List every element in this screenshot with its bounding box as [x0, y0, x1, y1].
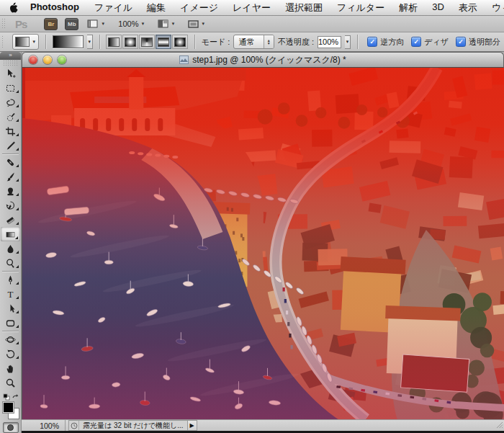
chevron-down-icon: ▼ [171, 22, 175, 26]
status-bar: 100% 露光量は 32 bit だけで機能し... ▶ [22, 419, 504, 431]
blend-mode-value: 通常 [234, 37, 254, 48]
clone-stamp-tool[interactable] [0, 184, 21, 198]
menu-item-2[interactable]: 編集 [140, 1, 173, 14]
checkbox-0[interactable]: ✓ [367, 37, 377, 47]
apple-menu-icon[interactable] [9, 2, 18, 13]
opacity-label: 不透明度 : [278, 37, 314, 48]
checkbox-label-2: 透明部分 [469, 37, 500, 48]
3d-rotate-tool[interactable] [0, 332, 21, 347]
hand-tool[interactable] [0, 361, 21, 375]
history-brush-tool[interactable] [0, 198, 21, 213]
3d-orbit-tool[interactable] [0, 347, 21, 361]
status-zoom-field[interactable]: 100% [22, 420, 66, 431]
angle-gradient-button[interactable] [139, 35, 155, 49]
menu-item-9[interactable]: 表示 [451, 1, 485, 14]
radial-gradient-button[interactable] [122, 35, 138, 49]
opacity-field[interactable]: 100% [318, 36, 341, 48]
menu-item-4[interactable]: レイヤー [225, 1, 278, 14]
close-button[interactable] [29, 55, 37, 64]
panel-grip[interactable] [3, 61, 18, 66]
quick-selection-tool[interactable] [0, 110, 21, 124]
checkbox-1[interactable]: ✓ [411, 37, 421, 47]
chevron-down-icon: ▼ [201, 22, 205, 26]
launch-device-central-button[interactable]: Mb [65, 18, 78, 30]
status-tip-text: 露光量は 32 bit だけで機能し... [79, 421, 187, 431]
blend-mode-popup[interactable]: 通常 ▲▼ [233, 35, 274, 49]
gradient-picker-dropdown[interactable]: ▼ [87, 35, 93, 49]
status-clock-icon [69, 421, 79, 430]
brush-tool[interactable] [0, 169, 21, 184]
checkbox-label-0: 逆方向 [380, 37, 404, 48]
document-titlebar[interactable]: step1.jpg @ 100% (クイックマスク/8) * [22, 52, 504, 68]
document-thumbnail-icon [179, 55, 189, 64]
diamond-gradient-icon [174, 37, 186, 47]
gradient-tool[interactable] [1, 227, 20, 241]
minimize-button[interactable] [43, 55, 52, 64]
canvas-photo[interactable] [22, 68, 504, 419]
zoom-tool[interactable] [0, 375, 21, 390]
lasso-tool[interactable] [0, 95, 21, 110]
rectangular-marquee-tool[interactable] [0, 81, 21, 95]
tool-preset-picker[interactable]: ▼ [12, 34, 39, 50]
toolbar-divider [2, 331, 19, 331]
rounded-rectangle-tool[interactable] [0, 316, 21, 330]
diamond-gradient-button[interactable] [172, 35, 188, 49]
path-selection-tool[interactable] [0, 301, 21, 316]
crop-tool[interactable] [0, 124, 21, 138]
zoom-level-button[interactable]: 100% ▼ [114, 19, 149, 28]
eraser-tool[interactable] [0, 213, 21, 227]
canvas[interactable] [22, 68, 504, 419]
menu-item-1[interactable]: ファイル [87, 1, 140, 14]
reflected-gradient-icon [158, 37, 169, 47]
view-extras-button[interactable]: ▼ [83, 19, 109, 28]
menu-item-5[interactable]: 選択範囲 [278, 1, 330, 14]
menu-item-7[interactable]: 解析 [392, 1, 425, 14]
move-tool[interactable] [0, 66, 21, 81]
checkbox-2[interactable]: ✓ [456, 37, 466, 47]
reflected-gradient-button[interactable] [156, 35, 171, 49]
status-menu-arrow-button[interactable]: ▶ [187, 421, 197, 430]
dodge-tool[interactable] [0, 256, 21, 270]
chevron-down-icon: ▼ [140, 22, 145, 26]
menu-bar: Photoshopファイル編集イメージレイヤー選択範囲フィルター解析3D表示ウィ… [0, 0, 504, 16]
foreground-color-swatch[interactable] [2, 401, 14, 414]
linear-gradient-icon [108, 37, 120, 47]
screen-mode-button[interactable]: ▼ [184, 20, 210, 28]
status-tip-box: 露光量は 32 bit だけで機能し... ▶ [68, 420, 197, 431]
menu-item-6[interactable]: フィルター [330, 1, 392, 14]
chevron-down-icon: ▼ [32, 40, 36, 44]
toolbar-divider [2, 271, 19, 272]
launch-bridge-button[interactable]: Br [44, 18, 58, 30]
arrange-documents-button[interactable]: ▼ [153, 19, 179, 28]
zoom-window-button[interactable] [58, 55, 66, 64]
blur-tool[interactable] [0, 241, 21, 256]
resize-grip[interactable] [495, 421, 503, 430]
pen-tool[interactable] [0, 272, 21, 287]
photoshop-logo: Ps [15, 18, 27, 30]
zoom-level-value: 100% [118, 19, 138, 28]
panel-grip[interactable] [1, 35, 4, 48]
eyedropper-tool[interactable] [0, 138, 21, 153]
collapse-panel-button[interactable]: » [0, 52, 21, 60]
gradient-editor-preview[interactable] [53, 35, 84, 48]
menu-item-8[interactable]: 3D [425, 1, 451, 14]
spot-healing-brush-tool[interactable] [0, 155, 21, 169]
mode-label: モード : [202, 37, 230, 48]
radial-gradient-icon [125, 37, 136, 47]
opacity-dropdown[interactable]: ▼ [345, 35, 351, 49]
panel-grip[interactable] [1, 18, 6, 29]
workspace: » T step [0, 52, 504, 433]
application-bar: Ps Br Mb ▼ 100% ▼ ▼ ▼ [0, 16, 504, 32]
tool-options-bar: ▼ ▼ モード : 通常 ▲▼ 不透明度 : 100% ▼ ✓逆方向✓ディザ✓透… [0, 32, 504, 52]
quick-mask-mode-button[interactable] [3, 422, 19, 433]
color-controls [0, 391, 21, 433]
linear-gradient-button[interactable] [106, 35, 122, 49]
svg-text:T: T [8, 289, 14, 300]
menu-photoshop[interactable]: Photoshop [22, 1, 87, 14]
document-title: step1.jpg @ 100% (クイックマスク/8) * [192, 54, 346, 66]
menu-item-10[interactable]: ウィンドウ [485, 1, 504, 14]
type-tool[interactable]: T [0, 287, 21, 301]
gradient-preset-thumb [15, 37, 30, 47]
swap-colors-icon [13, 394, 18, 398]
menu-item-3[interactable]: イメージ [173, 1, 225, 14]
